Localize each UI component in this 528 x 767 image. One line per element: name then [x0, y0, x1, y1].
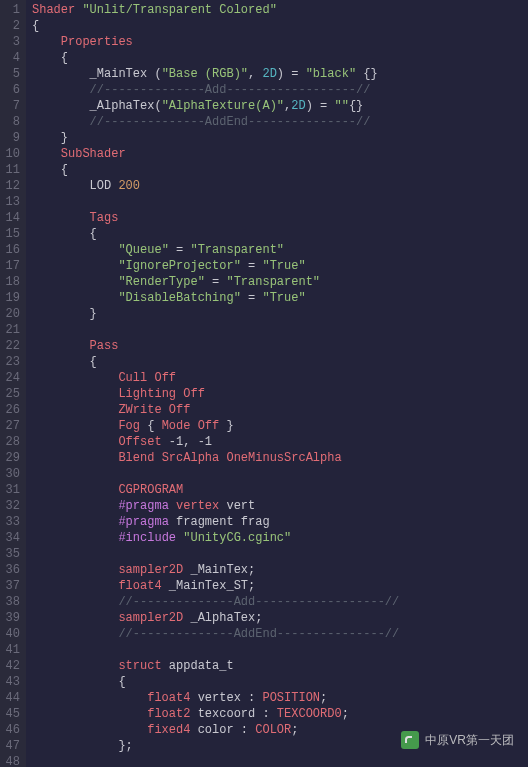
- line-number: 34: [2, 530, 20, 546]
- line-number: 48: [2, 754, 20, 767]
- code-line[interactable]: Cull Off: [32, 370, 528, 386]
- code-line[interactable]: #include "UnityCG.cginc": [32, 530, 528, 546]
- line-number: 45: [2, 706, 20, 722]
- line-number: 47: [2, 738, 20, 754]
- code-line[interactable]: Pass: [32, 338, 528, 354]
- line-number: 4: [2, 50, 20, 66]
- code-line[interactable]: float4 vertex : POSITION;: [32, 690, 528, 706]
- line-number: 40: [2, 626, 20, 642]
- code-line[interactable]: Blend SrcAlpha OneMinusSrcAlpha: [32, 450, 528, 466]
- line-number: 31: [2, 482, 20, 498]
- line-number: 35: [2, 546, 20, 562]
- code-line[interactable]: #pragma fragment frag: [32, 514, 528, 530]
- line-number: 32: [2, 498, 20, 514]
- code-line[interactable]: LOD 200: [32, 178, 528, 194]
- line-number: 9: [2, 130, 20, 146]
- line-number: 20: [2, 306, 20, 322]
- code-line[interactable]: "DisableBatching" = "True": [32, 290, 528, 306]
- line-number: 2: [2, 18, 20, 34]
- code-line[interactable]: sampler2D _MainTex;: [32, 562, 528, 578]
- code-editor[interactable]: 1234567891011121314151617181920212223242…: [0, 0, 528, 767]
- code-line[interactable]: {: [32, 18, 528, 34]
- watermark: 中原VR第一天团: [401, 731, 514, 749]
- line-number: 33: [2, 514, 20, 530]
- code-line[interactable]: }: [32, 130, 528, 146]
- code-line[interactable]: Fog { Mode Off }: [32, 418, 528, 434]
- line-number: 37: [2, 578, 20, 594]
- code-line[interactable]: //--------------Add------------------//: [32, 82, 528, 98]
- line-number: 39: [2, 610, 20, 626]
- line-number: 44: [2, 690, 20, 706]
- code-line[interactable]: Properties: [32, 34, 528, 50]
- line-number: 6: [2, 82, 20, 98]
- line-number: 21: [2, 322, 20, 338]
- wechat-icon: [401, 731, 419, 749]
- code-line[interactable]: "Queue" = "Transparent": [32, 242, 528, 258]
- line-number: 15: [2, 226, 20, 242]
- code-line[interactable]: SubShader: [32, 146, 528, 162]
- line-number: 23: [2, 354, 20, 370]
- code-line[interactable]: [32, 194, 528, 210]
- code-line[interactable]: CGPROGRAM: [32, 482, 528, 498]
- line-number: 46: [2, 722, 20, 738]
- code-line[interactable]: {: [32, 226, 528, 242]
- code-line[interactable]: //--------------Add------------------//: [32, 594, 528, 610]
- line-number: 16: [2, 242, 20, 258]
- code-line[interactable]: {: [32, 50, 528, 66]
- code-line[interactable]: float4 _MainTex_ST;: [32, 578, 528, 594]
- code-line[interactable]: struct appdata_t: [32, 658, 528, 674]
- line-number: 22: [2, 338, 20, 354]
- line-number: 29: [2, 450, 20, 466]
- line-number: 43: [2, 674, 20, 690]
- code-line[interactable]: {: [32, 162, 528, 178]
- line-number: 27: [2, 418, 20, 434]
- watermark-text: 中原VR第一天团: [425, 732, 514, 748]
- code-line[interactable]: [32, 642, 528, 658]
- code-line[interactable]: //--------------AddEnd---------------//: [32, 114, 528, 130]
- code-line[interactable]: //--------------AddEnd---------------//: [32, 626, 528, 642]
- code-line[interactable]: Tags: [32, 210, 528, 226]
- line-number: 14: [2, 210, 20, 226]
- code-line[interactable]: [32, 466, 528, 482]
- line-number: 11: [2, 162, 20, 178]
- line-number: 28: [2, 434, 20, 450]
- line-number: 5: [2, 66, 20, 82]
- line-number: 24: [2, 370, 20, 386]
- line-number: 3: [2, 34, 20, 50]
- line-number: 17: [2, 258, 20, 274]
- line-number: 36: [2, 562, 20, 578]
- code-line[interactable]: ZWrite Off: [32, 402, 528, 418]
- code-line[interactable]: {: [32, 674, 528, 690]
- code-line[interactable]: {: [32, 354, 528, 370]
- line-number: 7: [2, 98, 20, 114]
- code-line[interactable]: Lighting Off: [32, 386, 528, 402]
- code-line[interactable]: _MainTex ("Base (RGB)", 2D) = "black" {}: [32, 66, 528, 82]
- line-number: 30: [2, 466, 20, 482]
- line-number: 38: [2, 594, 20, 610]
- code-line[interactable]: Offset -1, -1: [32, 434, 528, 450]
- line-number: 18: [2, 274, 20, 290]
- line-number: 10: [2, 146, 20, 162]
- code-line[interactable]: [32, 754, 528, 767]
- line-number: 13: [2, 194, 20, 210]
- line-number: 26: [2, 402, 20, 418]
- line-number: 12: [2, 178, 20, 194]
- code-line[interactable]: "IgnoreProjector" = "True": [32, 258, 528, 274]
- code-line[interactable]: sampler2D _AlphaTex;: [32, 610, 528, 626]
- line-gutter: 1234567891011121314151617181920212223242…: [0, 0, 26, 767]
- code-line[interactable]: [32, 546, 528, 562]
- code-line[interactable]: #pragma vertex vert: [32, 498, 528, 514]
- line-number: 19: [2, 290, 20, 306]
- line-number: 1: [2, 2, 20, 18]
- line-number: 25: [2, 386, 20, 402]
- code-line[interactable]: _AlphaTex("AlphaTexture(A)",2D) = ""{}: [32, 98, 528, 114]
- line-number: 8: [2, 114, 20, 130]
- code-area[interactable]: Shader "Unlit/Transparent Colored"{ Prop…: [26, 0, 528, 767]
- line-number: 42: [2, 658, 20, 674]
- code-line[interactable]: [32, 322, 528, 338]
- code-line[interactable]: }: [32, 306, 528, 322]
- code-line[interactable]: Shader "Unlit/Transparent Colored": [32, 2, 528, 18]
- code-line[interactable]: "RenderType" = "Transparent": [32, 274, 528, 290]
- code-line[interactable]: float2 texcoord : TEXCOORD0;: [32, 706, 528, 722]
- line-number: 41: [2, 642, 20, 658]
